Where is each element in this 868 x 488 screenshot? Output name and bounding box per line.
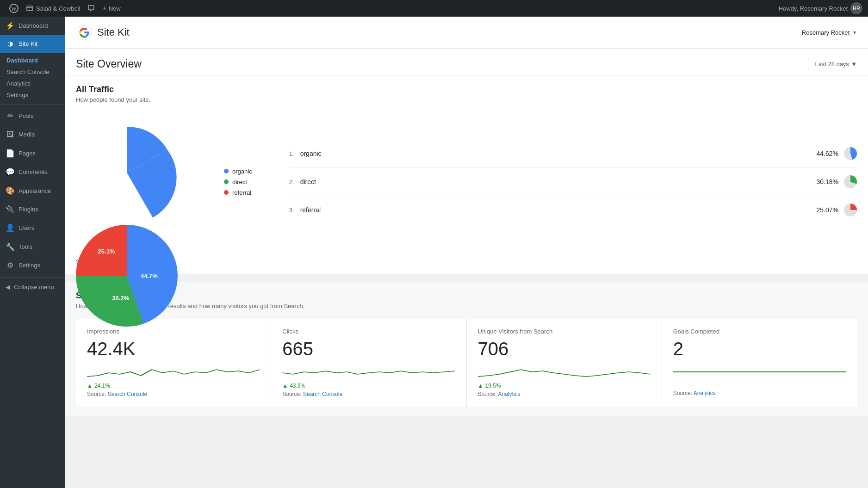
admin-bar: W Salad & Cowbell + New Howdy, Rosemary … — [0, 0, 868, 17]
all-traffic-title: All Traffic — [76, 85, 857, 94]
pie-chart: 44.7% 30.2% 25.1% — [76, 122, 196, 242]
site-kit-icon: ◑ — [6, 39, 15, 49]
unique-visitors-sparkline — [478, 363, 651, 381]
sidebar-item-dashboard[interactable]: ⚡ Dashboard — [0, 17, 65, 35]
sidebar-item-media[interactable]: 🖼 Media — [0, 125, 65, 144]
goals-label: Goals Completed — [673, 328, 846, 335]
goals-value: 2 — [673, 339, 846, 359]
collapse-icon: ◀ — [6, 284, 10, 290]
submenu-settings[interactable]: Settings — [0, 89, 65, 101]
referral-mini-pie — [844, 204, 857, 216]
users-icon: 👤 — [6, 223, 15, 233]
sidebar-item-site-kit[interactable]: ◑ Site Kit — [0, 35, 65, 53]
sitekit-logo: Site Kit — [76, 24, 130, 41]
sidebar-item-tools[interactable]: 🔧 Tools — [0, 238, 65, 256]
traffic-row-referral: 3. referral 25.07% — [289, 196, 857, 224]
funnel-cards-container: Impressions 42.4K ▲ 24.1% Source: Sear — [76, 319, 857, 407]
sitekit-user-dropdown[interactable]: Rosemary Rocket ▼ — [802, 29, 857, 36]
organic-pct-label: 44.7% — [141, 272, 158, 279]
goals-source-link[interactable]: Analytics — [694, 390, 716, 396]
sidebar: ⚡ Dashboard ◑ Site Kit Dashboard Search … — [0, 17, 65, 488]
svg-rect-2 — [27, 6, 32, 11]
up-arrow-icon: ▲ — [87, 383, 93, 389]
traffic-table: 1. organic 44.62% 2. direct 30.18% — [289, 140, 857, 224]
plugins-icon: 🔌 — [6, 204, 15, 215]
direct-mini-pie — [844, 175, 857, 188]
site-name[interactable]: Salad & Cowbell — [22, 5, 84, 12]
sidebar-item-plugins[interactable]: 🔌 Plugins — [0, 200, 65, 219]
unique-visitors-source: Source: Analytics — [478, 391, 651, 397]
clicks-sparkline — [282, 363, 455, 381]
page-header: Site Overview Last 28 days ▼ — [65, 49, 868, 75]
submenu-dashboard[interactable]: Dashboard — [0, 55, 65, 66]
comments-menu-icon: 💬 — [6, 167, 15, 177]
posts-icon: ✏ — [6, 111, 15, 121]
new-content-button[interactable]: + New — [99, 4, 124, 12]
direct-dot — [224, 179, 229, 184]
search-funnel-section: Search Funnel How your site appeared in … — [65, 282, 868, 416]
legend-organic: organic — [224, 168, 252, 175]
pie-legend: organic direct referral — [224, 168, 252, 196]
traffic-row-direct: 2. direct 30.18% — [289, 168, 857, 196]
sidebar-item-pages[interactable]: 📄 Pages — [0, 144, 65, 163]
impressions-source: Source: Search Console — [87, 391, 260, 397]
legend-direct: direct — [224, 179, 252, 185]
impressions-source-link[interactable]: Search Console — [108, 391, 147, 397]
appearance-icon: 🎨 — [6, 186, 15, 196]
avatar: RR — [850, 2, 862, 14]
pages-icon: 📄 — [6, 148, 15, 159]
search-funnel-subtitle: How your site appeared in Search results… — [76, 303, 857, 309]
sidebar-item-settings[interactable]: ⚙ Settings — [0, 256, 65, 275]
organic-dot — [224, 169, 229, 173]
sidebar-item-comments[interactable]: 💬 Comments — [0, 163, 65, 181]
sidebar-item-appearance[interactable]: 🎨 Appearance — [0, 182, 65, 200]
clicks-source-link[interactable]: Search Console — [303, 391, 342, 397]
unique-visitors-change: ▲ 19.5% — [478, 383, 651, 389]
search-funnel-title: Search Funnel — [76, 291, 857, 301]
traffic-source: Source: Analytics — [76, 259, 857, 265]
media-icon: 🖼 — [6, 130, 15, 140]
goals-source: Source: Analytics — [673, 390, 846, 396]
svg-text:W: W — [11, 6, 17, 12]
up-arrow-icon-3: ▲ — [478, 383, 484, 389]
traffic-chart-container: 44.7% 30.2% 25.1% organic — [76, 112, 857, 251]
submenu-analytics[interactable]: Analytics — [0, 78, 65, 89]
user-menu[interactable]: Howdy, Rosemary Rocket RR — [779, 2, 862, 14]
tools-icon: 🔧 — [6, 242, 15, 252]
sitekit-header: Site Kit Rosemary Rocket ▼ — [65, 17, 868, 49]
site-kit-submenu: Dashboard Search Console Analytics Setti… — [0, 53, 65, 103]
unique-visitors-value: 706 — [478, 339, 651, 359]
main-content: Site Kit Rosemary Rocket ▼ Site Overview… — [65, 17, 868, 488]
sidebar-item-users[interactable]: 👤 Users — [0, 219, 65, 237]
date-range-selector[interactable]: Last 28 days ▼ — [815, 61, 857, 68]
impressions-sparkline — [87, 363, 260, 381]
organic-mini-pie — [844, 147, 857, 160]
clicks-source: Source: Search Console — [282, 391, 455, 397]
up-arrow-icon-2: ▲ — [282, 383, 288, 389]
goals-sparkline — [673, 363, 846, 381]
collapse-menu-button[interactable]: ◀ Collapse menu — [0, 279, 65, 295]
submenu-search-console[interactable]: Search Console — [0, 66, 65, 78]
referral-dot — [224, 190, 229, 195]
google-g-icon — [76, 24, 93, 41]
unique-visitors-label: Unique Visitors from Search — [478, 328, 651, 335]
sidebar-item-posts[interactable]: ✏ Posts — [0, 107, 65, 125]
referral-pct-label: 25.1% — [98, 248, 115, 255]
pie-chart-visual: 44.7% 30.2% 25.1% — [76, 225, 178, 327]
impressions-value: 42.4K — [87, 339, 260, 359]
traffic-row-organic: 1. organic 44.62% — [289, 140, 857, 168]
wp-logo-icon[interactable]: W — [6, 4, 22, 13]
clicks-value: 665 — [282, 339, 455, 359]
unique-visitors-card: Unique Visitors from Search 706 ▲ 19.5% … — [467, 319, 662, 407]
goals-card: Goals Completed 2 Source: Analytics — [662, 319, 857, 407]
page-title: Site Overview — [76, 58, 142, 70]
comments-icon[interactable] — [84, 5, 99, 12]
clicks-card: Clicks 665 ▲ 43.3% Source: Search Consol… — [271, 319, 466, 407]
clicks-change: ▲ 43.3% — [282, 383, 455, 389]
clicks-label: Clicks — [282, 328, 455, 335]
legend-referral: referral — [224, 189, 252, 196]
unique-visitors-source-link[interactable]: Analytics — [498, 391, 521, 397]
impressions-change: ▲ 24.1% — [87, 383, 260, 389]
impressions-label: Impressions — [87, 328, 260, 335]
dashboard-icon: ⚡ — [6, 21, 15, 31]
